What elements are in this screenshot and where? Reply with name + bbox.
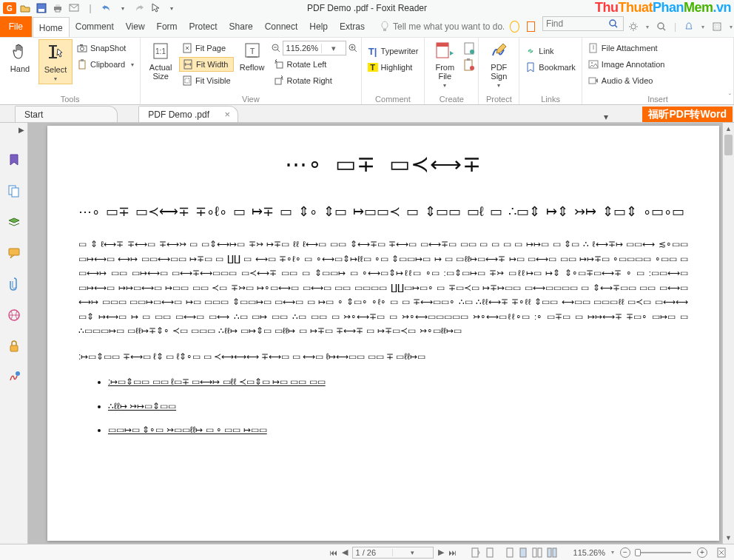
doc-heading: ⋯∘ ▭∓ ▭≺⟷∓ — [78, 151, 688, 177]
chevron-down-icon[interactable]: ▾ — [392, 549, 433, 556]
security-panel-icon[interactable] — [7, 339, 21, 354]
search-icon[interactable] — [608, 18, 623, 29]
link-button[interactable]: Link — [522, 44, 579, 58]
tab-help[interactable]: Help — [303, 16, 334, 37]
comments-panel-icon[interactable] — [7, 246, 21, 260]
qat-dropdown-icon[interactable]: ▾ — [166, 2, 178, 14]
bookmarks-panel-icon[interactable] — [7, 152, 21, 167]
tab-protect[interactable]: Protect — [184, 16, 223, 37]
scroll-thumb[interactable] — [724, 135, 733, 155]
rotate-right-button[interactable]: Rotate Right — [271, 73, 358, 88]
gear-dropdown-icon[interactable]: ▾ — [646, 24, 649, 30]
fullscreen-icon[interactable] — [712, 21, 722, 32]
redo-icon[interactable] — [133, 2, 145, 14]
typewriter-button[interactable]: T|Typewriter — [365, 44, 422, 58]
doc-tab-start[interactable]: Start — [15, 106, 118, 122]
single-page-icon[interactable] — [485, 547, 495, 558]
pdf-sign-button[interactable]: PDF Sign ▾ — [482, 39, 516, 90]
tabs-dropdown-icon[interactable]: ▾ — [604, 112, 614, 122]
email-icon[interactable] — [68, 2, 80, 14]
pages-panel-icon[interactable] — [7, 183, 21, 198]
first-page-icon[interactable]: ⏮ — [329, 548, 337, 557]
scroll-up-icon[interactable]: ▲ — [723, 123, 734, 135]
undo-dropdown-icon[interactable]: ▾ — [117, 2, 129, 14]
clipboard-button[interactable]: Clipboard▾ — [74, 57, 137, 72]
fullscreen-dropdown-icon[interactable]: ▾ — [730, 24, 733, 30]
vertical-scrollbar[interactable]: ▲ ▼ — [722, 123, 734, 544]
hand-button[interactable]: Hand — [3, 39, 37, 75]
next-page-icon[interactable]: ▶ — [438, 547, 444, 557]
view-mode-3-icon[interactable] — [532, 547, 542, 558]
fit-width-button[interactable]: Fit Width — [179, 57, 233, 72]
doc-body-paragraph-1: ▭ ⇕ ℓ⟷∓ ∓⟷▭ ∓⟷↣ ▭ ▭⇕⟷↦▭ ∓↣ ↦∓▭ ℓℓ ℓ⟷▭ ▭▭… — [78, 237, 688, 339]
prev-page-icon[interactable]: ◀ — [342, 547, 348, 557]
tab-extras[interactable]: Extras — [334, 16, 371, 37]
view-mode-1-icon[interactable] — [505, 547, 514, 558]
find-box[interactable] — [542, 16, 624, 31]
fit-visible-button[interactable]: Fit Visible — [179, 73, 233, 88]
file-menu[interactable]: File — [0, 16, 32, 37]
tab-comment[interactable]: Comment — [70, 16, 120, 37]
collapse-ribbon-icon[interactable]: ˇ — [729, 93, 731, 101]
fit-page-button[interactable]: Fit Page — [179, 41, 233, 55]
sun-icon[interactable] — [510, 21, 519, 33]
reflow-button[interactable]: T Reflow — [235, 39, 269, 73]
print-icon[interactable] — [52, 2, 64, 14]
svg-rect-7 — [383, 29, 386, 31]
scroll-down-icon[interactable]: ▼ — [723, 532, 734, 544]
tab-connect[interactable]: Connect — [259, 16, 304, 37]
fit-page-status-icon[interactable] — [716, 547, 727, 558]
tell-me-input[interactable] — [390, 16, 507, 37]
undo-icon[interactable] — [101, 2, 112, 14]
zoom-out-button[interactable]: − — [620, 547, 630, 558]
tab-home[interactable]: Home — [33, 17, 70, 38]
advanced-search-icon[interactable] — [656, 21, 667, 32]
clipboard-pdf-icon[interactable] — [463, 58, 475, 72]
view-mode-2-icon[interactable] — [519, 547, 528, 558]
rotate-left-button[interactable]: Rotate Left — [271, 57, 358, 72]
audio-video-button[interactable]: Audio & Video — [585, 73, 668, 88]
cursor-tool-icon[interactable] — [149, 2, 161, 14]
zoom-in-button[interactable] — [348, 43, 358, 53]
gear-icon[interactable] — [628, 21, 639, 32]
select-button[interactable]: Select ▾ — [38, 39, 73, 84]
svg-rect-31 — [275, 78, 281, 84]
zoom-in-button[interactable]: + — [697, 547, 707, 558]
tab-share[interactable]: Share — [223, 16, 259, 37]
page-number-box[interactable]: 1 / 26▾ — [352, 547, 434, 559]
single-page-scroll-icon[interactable] — [470, 547, 480, 558]
tab-view[interactable]: View — [120, 16, 151, 37]
bell-dropdown-icon[interactable]: ▾ — [701, 24, 704, 30]
zoom-combo[interactable]: 115.26%▾ — [283, 41, 346, 55]
doc-tab-pdf-demo[interactable]: PDF Demo .pdf× — [138, 106, 238, 122]
open-icon[interactable] — [19, 2, 31, 14]
zoom-slider-knob[interactable] — [635, 549, 641, 556]
close-tab-icon[interactable]: × — [224, 109, 230, 120]
zoom-slider[interactable] — [636, 552, 691, 553]
highlight-button[interactable]: THighlight — [365, 60, 422, 75]
from-file-button[interactable]: From File ▾ — [428, 39, 462, 90]
zoom-dropdown-icon[interactable]: ▾ — [611, 549, 614, 556]
attachments-panel-icon[interactable] — [7, 277, 21, 291]
save-icon[interactable] — [36, 2, 47, 14]
tab-form[interactable]: Form — [151, 16, 184, 37]
chevron-down-icon[interactable]: ▾ — [321, 44, 346, 53]
nav-toggle-icon[interactable]: ▶ — [0, 126, 27, 136]
bell-icon[interactable] — [684, 21, 694, 32]
last-page-icon[interactable]: ⏭ — [448, 548, 457, 557]
blank-pdf-icon[interactable] — [463, 42, 475, 55]
find-input[interactable] — [543, 18, 608, 29]
file-attachment-button[interactable]: File Attachment — [585, 41, 668, 55]
convert-icon[interactable] — [527, 21, 535, 32]
actual-size-button[interactable]: 1:1 Actual Size — [144, 39, 178, 82]
zoom-out-button[interactable] — [271, 43, 281, 53]
layers-panel-icon[interactable] — [7, 215, 21, 229]
view-mode-4-icon[interactable] — [547, 547, 557, 558]
signatures-panel-icon[interactable] — [7, 370, 21, 385]
pdf-to-word-button[interactable]: 福昕PDF转Word — [642, 107, 733, 123]
bookmark-button[interactable]: Bookmark — [522, 60, 579, 75]
snapshot-button[interactable]: SnapShot — [74, 41, 137, 55]
image-annotation-button[interactable]: Image Annotation — [585, 57, 668, 72]
connected-panel-icon[interactable] — [7, 308, 21, 323]
document-area[interactable]: ⋯∘ ▭∓ ▭≺⟷∓ ⋯∘ ▭∓ ▭≺⟷∓ ∓∘ℓ∘ ▭ ↦∓ ▭ ⇕∘ ⇕▭ … — [28, 123, 734, 544]
